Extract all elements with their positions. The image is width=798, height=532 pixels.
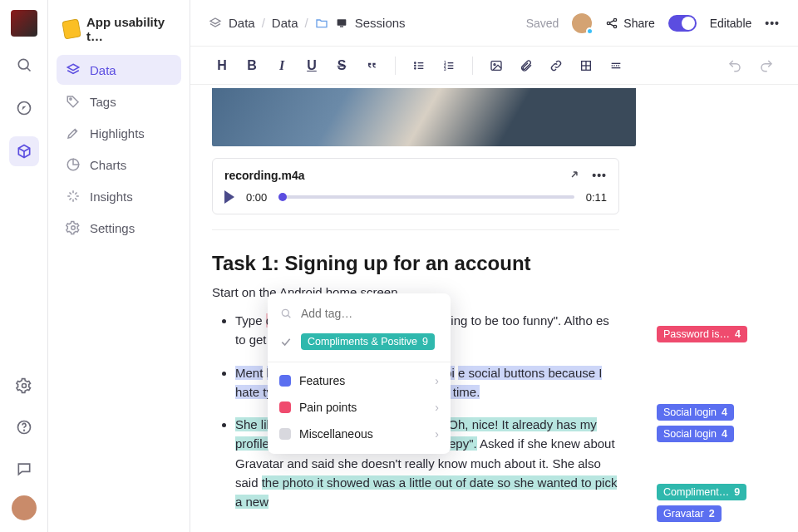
audio-current-time: 0:00 [246, 191, 267, 204]
divider-button[interactable] [603, 52, 629, 79]
bullet-list-button[interactable] [406, 52, 432, 79]
number-list-button[interactable]: 123 [436, 52, 462, 79]
svg-rect-13 [340, 26, 343, 27]
sparkle-icon [65, 188, 81, 204]
hero-image[interactable] [212, 88, 636, 146]
breadcrumb: Data / Data / Sessions [209, 16, 406, 30]
redo-button[interactable] [753, 52, 780, 79]
project-sidebar: App usability t… Data Tags Highlights Ch… [48, 0, 190, 532]
breadcrumb-item[interactable]: Data [272, 16, 298, 30]
package-icon[interactable] [9, 136, 39, 166]
user-avatar[interactable] [12, 495, 37, 520]
svg-point-20 [415, 65, 416, 66]
svg-marker-3 [22, 106, 26, 111]
bold-button[interactable]: B [239, 52, 265, 79]
chevron-right-icon: › [435, 427, 439, 441]
svg-line-17 [610, 20, 614, 22]
tag-margin: Password is…4 Social login4 Social login… [653, 85, 798, 532]
editable-label: Editable [710, 17, 752, 30]
chevron-right-icon: › [435, 401, 439, 414]
toolbar-sep [472, 57, 473, 75]
folder-icon [315, 17, 328, 30]
svg-point-32 [494, 63, 495, 65]
top-bar: Data / Data / Sessions Saved Share Edita… [190, 0, 798, 47]
svg-point-0 [18, 59, 28, 69]
margin-tag[interactable]: Social login4 [657, 426, 734, 442]
quote-button[interactable] [358, 52, 385, 79]
audio-player: recording.m4a ••• 0:00 0:11 [212, 158, 619, 214]
heading-button[interactable]: H [209, 52, 235, 79]
strike-button[interactable]: S [328, 52, 355, 79]
feedback-icon[interactable] [9, 454, 39, 484]
search-icon [279, 307, 293, 320]
tag-search-input[interactable] [301, 307, 446, 320]
audio-filename: recording.m4a [224, 169, 304, 182]
audio-seek-thumb[interactable] [278, 193, 287, 201]
gear-icon [65, 219, 81, 236]
tag-popover: Compliments & Positive9 Features › Pain … [268, 293, 451, 454]
editable-toggle[interactable] [668, 15, 697, 32]
more-menu-icon[interactable]: ••• [765, 17, 780, 30]
applied-tag-row[interactable]: Compliments & Positive9 [268, 327, 451, 357]
share-label: Share [623, 17, 654, 30]
underline-button[interactable]: U [298, 52, 325, 79]
applied-tag-chip[interactable]: Compliments & Positive9 [301, 333, 435, 350]
breadcrumb-item[interactable]: Data [229, 16, 255, 30]
icon-rail [0, 0, 48, 532]
svg-line-40 [288, 315, 290, 318]
italic-button[interactable]: I [268, 52, 295, 79]
collaborator-avatar[interactable] [572, 13, 592, 33]
svg-line-18 [610, 23, 614, 26]
help-icon[interactable] [9, 412, 39, 442]
app-logo[interactable] [11, 10, 37, 37]
sidebar-item-data[interactable]: Data [57, 55, 181, 85]
project-icon [62, 18, 81, 39]
table-button[interactable] [573, 52, 599, 79]
tag-category-painpoints[interactable]: Pain points › [268, 394, 451, 421]
svg-point-7 [23, 430, 24, 431]
sidebar-item-settings[interactable]: Settings [57, 213, 181, 243]
sidebar-item-charts[interactable]: Charts [57, 150, 181, 180]
divider [212, 229, 619, 230]
project-title[interactable]: App usability t… [57, 10, 181, 48]
tag-icon [65, 93, 81, 110]
monitor-icon [335, 17, 348, 30]
audio-more-icon[interactable]: ••• [592, 169, 607, 182]
settings-gear-icon[interactable] [9, 371, 39, 401]
chevron-right-icon: › [435, 374, 439, 387]
highlighter-icon [65, 125, 81, 141]
format-toolbar: H B I U S 123 [190, 47, 798, 85]
breadcrumb-sep: / [305, 16, 308, 30]
link-button[interactable] [543, 52, 569, 79]
margin-tag[interactable]: Password is…4 [657, 326, 747, 342]
sidebar-item-tags[interactable]: Tags [57, 86, 181, 116]
compass-icon[interactable] [9, 93, 39, 123]
popover-sep [268, 362, 451, 362]
margin-tag[interactable]: Social login4 [657, 404, 734, 421]
margin-tag[interactable]: Gravatar2 [657, 505, 722, 522]
play-button[interactable] [224, 190, 234, 204]
undo-button[interactable] [722, 52, 748, 79]
sidebar-item-insights[interactable]: Insights [57, 181, 181, 211]
tag-category-misc[interactable]: Miscellaneous › [268, 421, 451, 447]
margin-tag[interactable]: Compliment…9 [657, 484, 746, 500]
svg-text:3: 3 [444, 67, 446, 71]
audio-duration: 0:11 [586, 191, 607, 204]
attach-button[interactable] [513, 52, 539, 79]
search-icon[interactable] [9, 50, 39, 80]
breadcrumb-item[interactable]: Sessions [355, 16, 406, 30]
layers-icon [65, 62, 81, 78]
sidebar-item-highlights[interactable]: Highlights [57, 118, 181, 148]
audio-seek-track[interactable] [278, 195, 574, 199]
expand-icon[interactable] [569, 169, 580, 182]
sidebar-item-label: Charts [90, 158, 126, 172]
share-button[interactable]: Share [605, 17, 654, 30]
color-swatch [279, 428, 291, 440]
toolbar-sep [395, 57, 396, 75]
highlight-blue[interactable]: Ment [235, 366, 263, 380]
tag-search-row [268, 300, 451, 327]
image-button[interactable] [483, 52, 510, 79]
svg-point-39 [282, 309, 288, 316]
sidebar-item-label: Insights [90, 190, 133, 204]
tag-category-features[interactable]: Features › [268, 367, 451, 394]
